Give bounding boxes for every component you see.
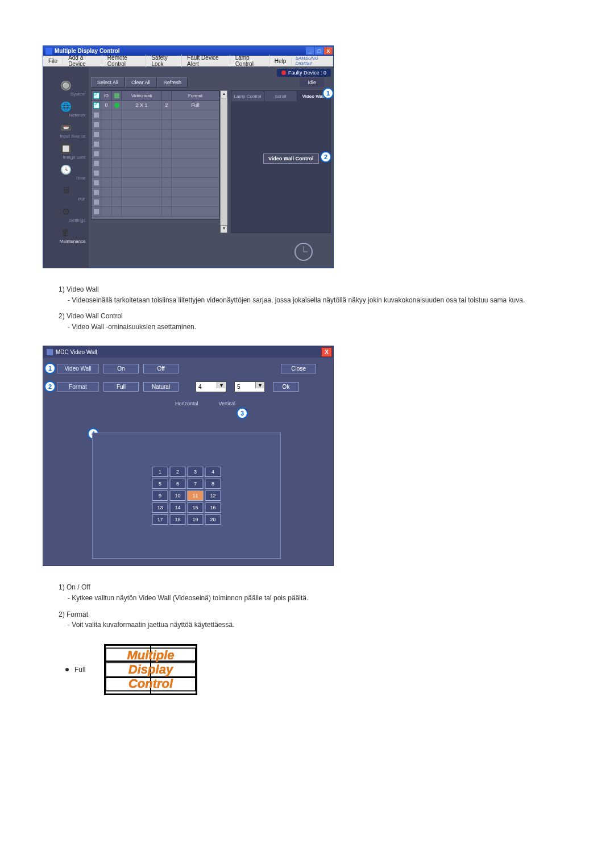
scroll-up-icon[interactable]: ▴ [221,90,227,98]
menu-remote-control[interactable]: Remote Control [102,55,147,67]
item-number: 1) [59,285,65,293]
sidebar-item-settings[interactable]: ⚙ Settings [43,205,89,223]
sidebar-label: Settings [45,218,88,223]
menu-lamp-control[interactable]: Lamp Control [230,55,269,67]
scroll-down-icon[interactable]: ▾ [221,225,227,233]
table-row[interactable] [92,130,219,139]
row-checkbox[interactable] [93,170,99,176]
menu-fault-alert[interactable]: Fault Device Alert [182,55,230,67]
table-row[interactable]: 0 2 X 1 2 Full [92,101,219,110]
sidebar-item-maintenance[interactable]: 🗑 Maintenance [43,226,89,244]
window-minimize-button[interactable]: _ [306,47,314,55]
sidebar-item-network[interactable]: 🌐 Network [43,100,89,118]
off-button[interactable]: Off [143,364,179,373]
table-row[interactable] [92,139,219,149]
menu-file[interactable]: File [43,58,63,64]
horizontal-select[interactable]: 4 [196,381,226,392]
sidebar-item-time[interactable]: 🕓 Time [43,163,89,181]
col-check[interactable] [92,91,101,100]
system-icon: 🔘 [57,79,74,92]
table-row[interactable] [92,159,219,168]
input-source-icon: 📼 [57,121,74,134]
full-button[interactable]: Full [103,382,139,392]
status-idle: Idle [300,78,324,87]
tab-scroll[interactable]: Scroll [264,91,297,101]
sidebar-item-pip[interactable]: 🖥 PIP [43,184,89,202]
wall-cell[interactable]: 4 [205,467,221,477]
table-row[interactable] [92,188,219,197]
row-checkbox[interactable] [93,112,99,118]
scrollbar[interactable]: ▴ ▾ [220,90,227,233]
table-row[interactable] [92,197,219,207]
item-title: Video Wall [67,285,99,293]
wall-cell[interactable]: 19 [188,514,204,525]
row-checkbox[interactable] [93,209,99,215]
menu-add-device[interactable]: Add a Device [63,55,102,67]
menu-safety-lock[interactable]: Safety Lock [146,55,182,67]
sidebar-item-image-size[interactable]: 🔲 Image Size [43,142,89,160]
row-checkbox[interactable] [93,160,99,167]
table-row[interactable] [92,207,219,217]
wall-cell[interactable]: 20 [205,514,221,525]
dialog-close-button[interactable]: X [321,347,332,357]
tab-lamp-control[interactable]: Lamp Control [231,91,264,101]
table-row[interactable] [92,178,219,188]
wall-cell[interactable]: 5 [152,479,168,489]
wall-cell[interactable]: 16 [205,502,221,513]
wall-cell[interactable]: 13 [152,502,168,513]
network-icon: 🌐 [57,100,74,113]
label-format: Format [57,382,99,392]
row-checkbox[interactable] [93,199,99,205]
wall-cell[interactable]: 12 [205,491,221,501]
format-example-label: Full [74,666,104,674]
wall-cell[interactable]: 10 [170,491,186,501]
wall-cell[interactable]: 17 [152,514,168,525]
row-checkbox[interactable] [93,189,99,196]
row-checkbox[interactable] [93,141,99,147]
video-wall-control-button[interactable]: Video Wall Control [263,153,319,164]
wall-grid: 1 2 3 4 5 6 7 8 9 10 11 12 13 14 [152,467,221,525]
row-checkbox[interactable] [93,122,99,128]
wall-cell-selected[interactable]: 11 [188,491,204,501]
refresh-button[interactable]: Refresh [157,77,188,88]
vertical-select[interactable]: 5 [234,381,265,392]
menu-help[interactable]: Help [269,58,292,64]
wall-cell[interactable]: 6 [170,479,186,489]
row-checkbox[interactable] [93,151,99,157]
item-title: Video Wall Control [67,312,123,320]
sidebar-item-system[interactable]: 🔘 System [43,79,89,97]
item-number: 2) [59,610,65,618]
row-checkbox[interactable] [93,180,99,186]
sidebar-item-input-source[interactable]: 📼 Input Source [43,121,89,139]
window-maximize-button[interactable]: □ [315,47,323,55]
wall-cell[interactable]: 7 [188,479,204,489]
ok-button[interactable]: Ok [273,382,299,392]
row-checkbox[interactable] [93,131,99,138]
wall-cell[interactable]: 3 [188,467,204,477]
table-row[interactable] [92,168,219,178]
col-n [162,91,172,100]
table-row[interactable] [92,110,219,120]
wall-cell[interactable]: 14 [170,502,186,513]
table-row[interactable] [92,120,219,130]
toolbar: Select All Clear All Refresh Idle [89,76,333,89]
format-example-full: Full Multiple Display Control [65,644,571,695]
select-all-button[interactable]: Select All [91,77,125,88]
wall-cell[interactable]: 18 [170,514,186,525]
row-checkbox[interactable] [93,102,99,109]
wall-cell[interactable]: 2 [170,467,186,477]
wall-cell[interactable]: 1 [152,467,168,477]
wall-cell[interactable]: 8 [205,479,221,489]
clear-all-button[interactable]: Clear All [125,77,157,88]
close-button[interactable]: Close [281,364,316,373]
natural-button[interactable]: Natural [143,382,179,392]
wall-cell[interactable]: 15 [188,502,204,513]
cell-n: 2 [162,101,172,110]
wall-preview: 1 2 3 4 5 6 7 8 9 10 11 12 13 14 [92,433,281,559]
window-close-button[interactable]: X [324,47,333,55]
wall-cell[interactable]: 9 [152,491,168,501]
table-row[interactable] [92,149,219,159]
cell-videowall: 2 X 1 [122,101,162,110]
mdc-video-wall-dialog: MDC Video Wall X 1 Video Wall On Off Clo… [43,346,334,566]
on-button[interactable]: On [103,364,139,373]
